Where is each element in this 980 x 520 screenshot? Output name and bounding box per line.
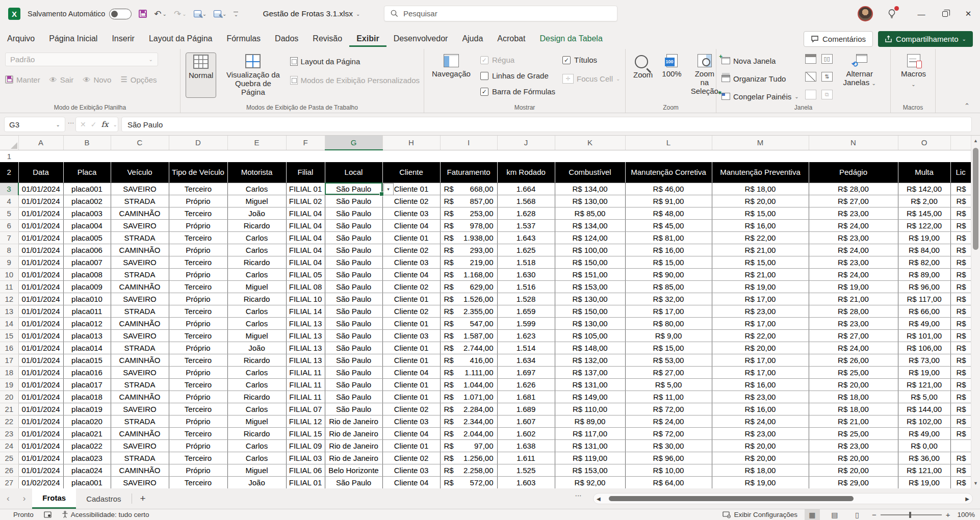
cell-B5[interactable]: placa003: [63, 207, 111, 219]
cell-K16[interactable]: R$ 148,00: [555, 342, 625, 354]
customize-qat-icon[interactable]: ⌄: [234, 12, 238, 16]
cell-A14[interactable]: 01/01/2024: [18, 317, 63, 329]
cell-E14[interactable]: Carlos: [227, 317, 286, 329]
cell-M4[interactable]: R$ 20,00: [712, 195, 809, 207]
row-header-9[interactable]: 9: [0, 256, 18, 268]
cell-L8[interactable]: R$ 16,00: [625, 244, 712, 256]
cell-C14[interactable]: CAMINHÃO: [111, 317, 169, 329]
sheet-prev-icon[interactable]: ‹: [0, 493, 16, 504]
cell-B12[interactable]: placa010: [63, 293, 111, 305]
cell-M7[interactable]: R$ 22,00: [712, 231, 809, 244]
cell-E10[interactable]: Carlos: [227, 268, 286, 280]
cell-J20[interactable]: 1.681: [497, 391, 555, 403]
tab-inserir[interactable]: Inserir: [105, 30, 141, 47]
row-header-26[interactable]: 26: [0, 464, 18, 476]
search-input[interactable]: Pesquisar: [384, 6, 617, 21]
cell-B25[interactable]: placa023: [63, 452, 111, 464]
confirm-entry-icon[interactable]: ✓: [91, 120, 97, 128]
cell-L22[interactable]: R$ 24,00: [625, 415, 712, 427]
cell-A19[interactable]: 01/01/2024: [18, 378, 63, 391]
cell-D17[interactable]: Terceiro: [169, 354, 227, 366]
cell-L7[interactable]: R$ 81,00: [625, 231, 712, 244]
cell-J8[interactable]: 1.625: [497, 244, 555, 256]
column-header-L[interactable]: L: [625, 136, 712, 150]
page-break-shortcut[interactable]: ▯: [849, 509, 865, 520]
cell-B9[interactable]: placa007: [63, 256, 111, 268]
cell-P3[interactable]: R$: [950, 183, 971, 195]
row-header-6[interactable]: 6: [0, 219, 18, 231]
cell-B27[interactable]: placa001: [63, 476, 111, 488]
checkbox-linhas-de-grade[interactable]: Linhas de Grade: [480, 69, 555, 82]
cell-C7[interactable]: STRADA: [111, 231, 169, 244]
cell-D11[interactable]: Terceiro: [169, 280, 227, 293]
macro-record-icon[interactable]: [44, 511, 51, 518]
cell-A11[interactable]: 01/01/2024: [18, 280, 63, 293]
cell-G17[interactable]: São Paulo: [325, 354, 382, 366]
cell-C15[interactable]: SAVEIRO: [111, 329, 169, 342]
share-button[interactable]: Compartilhamento ⌄: [878, 31, 973, 47]
cell-G5[interactable]: São Paulo: [325, 207, 382, 219]
cell-H12[interactable]: Cliente 01: [382, 293, 440, 305]
cell-H15[interactable]: Cliente 03: [382, 329, 440, 342]
cell-N24[interactable]: R$ 23,00: [809, 439, 898, 452]
cell-A9[interactable]: 01/01/2024: [18, 256, 63, 268]
sheet-view-dropdown[interactable]: Padrão⌄: [5, 53, 158, 66]
cell-E17[interactable]: Ricardo: [227, 354, 286, 366]
cell-E4[interactable]: Miguel: [227, 195, 286, 207]
cell-D22[interactable]: Próprio: [169, 415, 227, 427]
cell-B17[interactable]: placa015: [63, 354, 111, 366]
cell-M9[interactable]: R$ 15,00: [712, 256, 809, 268]
cell-I4[interactable]: R$857,00: [440, 195, 497, 207]
cell-H26[interactable]: Cliente 03: [382, 464, 440, 476]
cell-N12[interactable]: R$ 21,00: [809, 293, 898, 305]
sheet-tab-frotas[interactable]: Frotas: [32, 488, 76, 509]
cell-C27[interactable]: SAVEIRO: [111, 476, 169, 488]
cell-J18[interactable]: 1.697: [497, 366, 555, 378]
cell-I25[interactable]: R$1.256,00: [440, 452, 497, 464]
macros-button[interactable]: Macros ⌄: [896, 53, 931, 90]
options-button[interactable]: ☰Opções: [120, 72, 157, 87]
cell-J3[interactable]: 1.664: [497, 183, 555, 195]
cell-O14[interactable]: R$ 49,00: [898, 317, 950, 329]
cell-C26[interactable]: CAMINHÃO: [111, 464, 169, 476]
cell-A12[interactable]: 01/01/2024: [18, 293, 63, 305]
normal-view-button[interactable]: Normal: [186, 53, 216, 98]
cell-K17[interactable]: R$ 132,00: [555, 354, 625, 366]
cell-L10[interactable]: R$ 90,00: [625, 268, 712, 280]
cell-G23[interactable]: Rio de Janeiro: [325, 427, 382, 439]
table-tool-icon[interactable]: ⌄: [194, 10, 207, 17]
cell-E8[interactable]: Carlos: [227, 244, 286, 256]
cell-C24[interactable]: SAVEIRO: [111, 439, 169, 452]
cell-C11[interactable]: CAMINHÃO: [111, 280, 169, 293]
cell-F13[interactable]: FILIAL 14: [286, 305, 325, 317]
cell-I15[interactable]: R$1.587,00: [440, 329, 497, 342]
comments-button[interactable]: Comentários: [804, 31, 873, 47]
cell-G15[interactable]: São Paulo: [325, 329, 382, 342]
cell-P27[interactable]: R$: [950, 476, 971, 488]
column-header-E[interactable]: E: [227, 136, 286, 150]
cell-O3[interactable]: R$ 142,00: [898, 183, 950, 195]
cell-E1[interactable]: [227, 150, 286, 162]
column-header-O[interactable]: O: [898, 136, 950, 150]
cell-P26[interactable]: R$: [950, 464, 971, 476]
row-header-2[interactable]: 2: [0, 162, 18, 183]
cell-B1[interactable]: [63, 150, 111, 162]
cell-E15[interactable]: Miguel: [227, 329, 286, 342]
cell-I21[interactable]: R$2.284,00: [440, 403, 497, 415]
cell-G10[interactable]: São Paulo: [325, 268, 382, 280]
cell-A22[interactable]: 01/01/2024: [18, 415, 63, 427]
cell-E23[interactable]: Ricardo: [227, 427, 286, 439]
cell-G18[interactable]: São Paulo: [325, 366, 382, 378]
cell-B15[interactable]: placa013: [63, 329, 111, 342]
cell-O15[interactable]: R$ 101,00: [898, 329, 950, 342]
zoom-100-button[interactable]: 100%: [659, 53, 684, 97]
cell-P12[interactable]: R$: [950, 293, 971, 305]
cell-K3[interactable]: R$ 134,00: [555, 183, 625, 195]
table-header-B[interactable]: Placa: [63, 162, 111, 183]
selected-cell-G3[interactable]: São Paulo▾: [325, 183, 382, 195]
reset-window-button[interactable]: ⧉: [821, 90, 833, 99]
cell-A17[interactable]: 01/01/2024: [18, 354, 63, 366]
cell-H6[interactable]: Cliente 04: [382, 219, 440, 231]
cell-O18[interactable]: R$ 19,00: [898, 366, 950, 378]
checkbox-barra-de-formulas[interactable]: ✓Barra de Fórmulas: [480, 85, 555, 98]
